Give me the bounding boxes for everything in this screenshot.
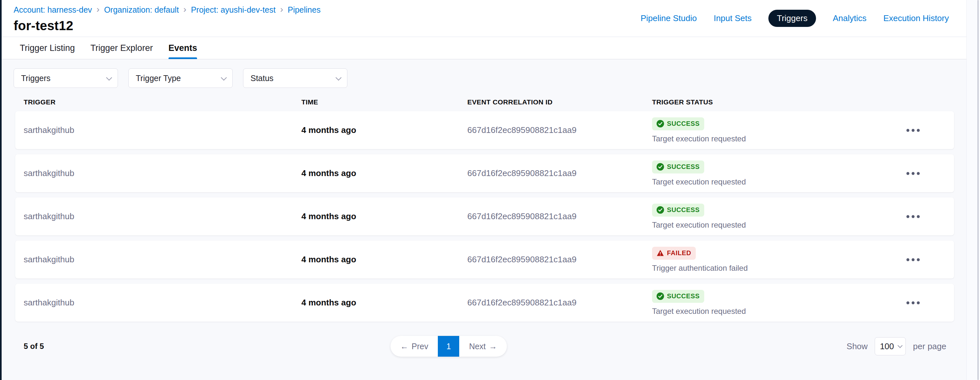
- failed-warning-icon: [657, 249, 664, 257]
- row-options-button[interactable]: [903, 298, 923, 307]
- triggers-filter-dropdown[interactable]: Triggers: [14, 69, 118, 88]
- collapsed-sidebar-edge: [0, 0, 2, 380]
- event-correlation-id: 667d16f2ec895908821c1aa9: [467, 168, 652, 178]
- breadcrumb-project-link[interactable]: Project: ayushi-dev-test: [191, 5, 275, 14]
- trigger-type-filter-label: Trigger Type: [136, 73, 181, 83]
- success-check-icon: [657, 163, 664, 171]
- nav-input-sets[interactable]: Input Sets: [714, 13, 751, 23]
- table-row[interactable]: sarthakgithub 4 months ago 667d16f2ec895…: [15, 284, 954, 322]
- column-header-time: TIME: [301, 98, 467, 106]
- status-detail: Target execution requested: [652, 307, 954, 316]
- chevron-down-icon: [897, 343, 902, 348]
- page-size-dropdown[interactable]: 100: [875, 337, 906, 355]
- trigger-name: sarthakgithub: [24, 168, 301, 178]
- status-badge: SUCCESS: [652, 290, 704, 303]
- pipeline-nav: Pipeline Studio Input Sets Triggers Anal…: [641, 10, 949, 27]
- status-filter-label: Status: [250, 73, 274, 83]
- row-options-button[interactable]: [903, 126, 923, 135]
- tab-events[interactable]: Events: [161, 37, 205, 59]
- row-options-button[interactable]: [903, 255, 923, 264]
- table-header: TRIGGER TIME EVENT CORRELATION ID TRIGGE…: [15, 98, 954, 106]
- per-page-control: Show 100 per page: [846, 337, 946, 355]
- row-options-button[interactable]: [903, 169, 923, 178]
- events-table: sarthakgithub 4 months ago 667d16f2ec895…: [2, 111, 980, 322]
- status-badge: SUCCESS: [652, 204, 704, 217]
- status-badge: SUCCESS: [652, 161, 704, 174]
- column-header-trigger-status: TRIGGER STATUS: [652, 98, 954, 106]
- trigger-name: sarthakgithub: [24, 211, 301, 222]
- breadcrumb-separator-icon: ›: [280, 5, 283, 14]
- success-check-icon: [657, 120, 664, 128]
- status-detail: Target execution requested: [652, 177, 954, 187]
- trigger-name: sarthakgithub: [24, 125, 301, 135]
- events-content: Triggers Trigger Type Status TRIGGER TIM…: [2, 59, 980, 357]
- breadcrumb-account-link[interactable]: Account: harness-dev: [14, 5, 92, 14]
- row-options-button[interactable]: [903, 212, 923, 221]
- status-detail: Target execution requested: [652, 220, 954, 230]
- breadcrumb-organization-link[interactable]: Organization: default: [104, 5, 179, 14]
- column-header-trigger: TRIGGER: [24, 98, 301, 106]
- table-row[interactable]: sarthakgithub 4 months ago 667d16f2ec895…: [15, 111, 954, 149]
- arrow-left-icon: ←: [400, 342, 408, 351]
- success-check-icon: [657, 206, 664, 214]
- trigger-name: sarthakgithub: [24, 254, 301, 265]
- filters-row: Triggers Trigger Type Status: [2, 69, 980, 88]
- tab-trigger-listing[interactable]: Trigger Listing: [12, 37, 83, 59]
- arrow-right-icon: →: [489, 342, 497, 351]
- prev-page-button[interactable]: ← Prev: [390, 336, 438, 357]
- page-header: Account: harness-dev › Organization: def…: [2, 0, 980, 37]
- event-correlation-id: 667d16f2ec895908821c1aa9: [467, 125, 652, 135]
- scrollbar-thumb[interactable]: [977, 0, 979, 380]
- breadcrumb-pipelines-link[interactable]: Pipelines: [288, 5, 320, 14]
- scrollbar-track[interactable]: [966, 0, 980, 380]
- per-page-label: per page: [913, 342, 946, 351]
- trigger-tabbar: Trigger Listing Trigger Explorer Events: [2, 37, 980, 59]
- pagination-bar: 5 of 5 ← Prev 1 Next → Show 100 per page: [2, 336, 980, 357]
- breadcrumb-separator-icon: ›: [183, 5, 186, 14]
- nav-execution-history[interactable]: Execution History: [883, 13, 949, 23]
- status-detail: Trigger authentication failed: [652, 263, 954, 273]
- triggers-filter-label: Triggers: [21, 73, 51, 83]
- column-header-event-correlation-id: EVENT CORRELATION ID: [467, 98, 652, 106]
- event-correlation-id: 667d16f2ec895908821c1aa9: [467, 254, 652, 265]
- event-time: 4 months ago: [301, 168, 467, 178]
- status-badge: SUCCESS: [652, 117, 704, 130]
- nav-analytics[interactable]: Analytics: [833, 13, 867, 23]
- status-detail: Target execution requested: [652, 134, 954, 143]
- table-row[interactable]: sarthakgithub 4 months ago 667d16f2ec895…: [15, 198, 954, 235]
- chevron-down-icon: [221, 75, 226, 80]
- chevron-down-icon: [106, 75, 112, 80]
- trigger-name: sarthakgithub: [24, 298, 301, 308]
- nav-pipeline-studio[interactable]: Pipeline Studio: [641, 13, 697, 23]
- table-row[interactable]: sarthakgithub 4 months ago 667d16f2ec895…: [15, 154, 954, 192]
- pager: ← Prev 1 Next →: [390, 336, 507, 357]
- event-correlation-id: 667d16f2ec895908821c1aa9: [467, 211, 652, 222]
- trigger-type-filter-dropdown[interactable]: Trigger Type: [128, 69, 233, 88]
- show-label: Show: [846, 342, 867, 351]
- status-badge: FAILED: [652, 247, 696, 260]
- nav-triggers-active[interactable]: Triggers: [768, 10, 816, 27]
- event-time: 4 months ago: [301, 298, 467, 308]
- chevron-down-icon: [336, 75, 341, 80]
- event-time: 4 months ago: [301, 125, 467, 135]
- tab-trigger-explorer[interactable]: Trigger Explorer: [83, 37, 161, 59]
- next-page-button[interactable]: Next →: [459, 336, 506, 357]
- page-number-button[interactable]: 1: [438, 336, 459, 357]
- breadcrumb-separator-icon: ›: [97, 5, 100, 14]
- event-correlation-id: 667d16f2ec895908821c1aa9: [467, 298, 652, 308]
- success-check-icon: [657, 292, 664, 300]
- event-time: 4 months ago: [301, 254, 467, 265]
- results-count: 5 of 5: [24, 342, 44, 351]
- table-row[interactable]: sarthakgithub 4 months ago 667d16f2ec895…: [15, 241, 954, 278]
- event-time: 4 months ago: [301, 211, 467, 222]
- status-filter-dropdown[interactable]: Status: [243, 69, 347, 88]
